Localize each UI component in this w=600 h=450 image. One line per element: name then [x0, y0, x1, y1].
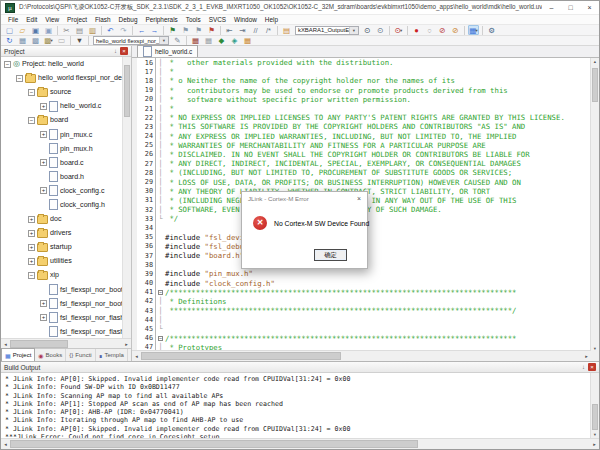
- expand-icon[interactable]: +: [28, 244, 35, 251]
- menu-flash[interactable]: Flash: [91, 15, 115, 24]
- tab-project[interactable]: ▦Project: [1, 348, 35, 361]
- flash-erase-button[interactable]: ▦: [203, 36, 214, 46]
- menu-file[interactable]: File: [4, 15, 22, 24]
- pin-icon[interactable]: ↓: [582, 364, 585, 370]
- enable-disable-breakpoint-button[interactable]: ○: [424, 25, 435, 35]
- editor-tab-hello-world-c[interactable]: hello_world.c: [137, 45, 198, 57]
- close-button[interactable]: ×: [580, 1, 599, 14]
- previous-bookmark-button[interactable]: ⚑: [180, 25, 191, 35]
- project-tree-vertical-scrollbar[interactable]: [122, 57, 131, 339]
- tree-item-fsl-flexspi-nor-boot-h[interactable]: fsl_flexspi_nor_boot.h: [1, 283, 123, 297]
- build-output-close-button[interactable]: ×: [588, 363, 596, 371]
- find-text-combobox[interactable]: kXBARA1_OutputEnc1Ph▾: [295, 26, 359, 35]
- scrollbar-thumb[interactable]: [141, 352, 341, 360]
- incremental-find-button[interactable]: ⊙: [375, 25, 386, 35]
- find-in-files-button[interactable]: ▤: [281, 25, 292, 35]
- undo-button[interactable]: ↶: [105, 25, 116, 35]
- menu-peripherals[interactable]: Peripherals: [141, 15, 181, 24]
- chevron-down-icon[interactable]: ▾: [349, 27, 358, 34]
- expand-icon[interactable]: +: [40, 314, 47, 321]
- cut-button[interactable]: ✂: [61, 25, 72, 35]
- project-panel-close-button[interactable]: ×: [120, 47, 128, 55]
- uncomment-selection-button[interactable]: /*: [263, 25, 274, 35]
- scrollbar-thumb[interactable]: [124, 65, 130, 117]
- editor-vertical-scrollbar[interactable]: ▴ ▾: [590, 58, 599, 353]
- menu-svcs[interactable]: SVCS: [205, 15, 230, 24]
- menu-tools[interactable]: Tools: [182, 15, 205, 24]
- tab-functions[interactable]: {}Functi: [66, 349, 95, 361]
- collapse-icon[interactable]: −: [28, 117, 35, 124]
- tree-item-fsl-flexspi-nor-flash-h[interactable]: fsl_flexspi_nor_flash.h: [1, 325, 123, 339]
- toggle-bookmark-button[interactable]: ⚑: [167, 25, 178, 35]
- expand-icon[interactable]: +: [28, 230, 35, 237]
- debug-restore-views-button[interactable]: ▦▾: [468, 25, 479, 35]
- expand-icon[interactable]: +: [40, 131, 47, 138]
- scrollbar-thumb[interactable]: [592, 404, 598, 430]
- tree-item-hello-world-flexspi-nor-debug[interactable]: −hello_world flexspi_nor_debug: [1, 71, 123, 85]
- build-output-log[interactable]: * JLink Info: AP[0]: Skipped. Invalid im…: [1, 373, 591, 439]
- flash-download-button[interactable]: ▦: [190, 36, 201, 46]
- output-vertical-scrollbar[interactable]: ▾: [590, 373, 599, 439]
- new-file-button[interactable]: ▢: [4, 25, 15, 35]
- batch-build-button[interactable]: ▩▾: [43, 36, 54, 46]
- scroll-right-arrow[interactable]: ▸: [590, 439, 599, 449]
- save-button[interactable]: ▣: [30, 25, 41, 35]
- fold-collapse-icon[interactable]: −: [156, 290, 165, 295]
- find-button[interactable]: ⊙: [362, 25, 373, 35]
- expand-icon[interactable]: +: [40, 103, 47, 110]
- tree-item-pin-mux-h[interactable]: pin_mux.h: [1, 142, 123, 156]
- menu-debug[interactable]: Debug: [115, 15, 142, 24]
- expand-icon[interactable]: +: [40, 300, 47, 307]
- collapse-icon[interactable]: −: [4, 61, 11, 68]
- paste-button[interactable]: ▥: [87, 25, 98, 35]
- tree-item-clock-config-h[interactable]: clock_config.h: [1, 198, 123, 212]
- collapse-icon[interactable]: −: [28, 89, 35, 96]
- expand-icon[interactable]: +: [28, 216, 35, 223]
- menu-help[interactable]: Help: [261, 15, 282, 24]
- fold-collapse-icon[interactable]: −: [156, 336, 165, 341]
- dialog-ok-button[interactable]: 确定: [314, 249, 347, 261]
- select-target-combobox[interactable]: hello_world flexspi_nor_▾: [93, 36, 169, 45]
- tree-item-board[interactable]: −board: [1, 113, 123, 127]
- minimize-button[interactable]: –: [542, 1, 561, 14]
- insert-remove-breakpoint-button[interactable]: ●: [411, 25, 422, 35]
- tab-books[interactable]: ◉Books: [35, 349, 66, 361]
- translate-file-button[interactable]: ↻: [4, 36, 15, 46]
- tree-item-pin-mux-c[interactable]: +pin_mux.c: [1, 127, 123, 141]
- tree-item-drivers[interactable]: +drivers: [1, 226, 123, 240]
- expand-icon[interactable]: +: [40, 187, 47, 194]
- next-bookmark-button[interactable]: ⚑: [193, 25, 204, 35]
- clear-all-bookmarks-button[interactable]: ⚑: [206, 25, 217, 35]
- redo-button[interactable]: ↷: [118, 25, 129, 35]
- rebuild-all-button[interactable]: ▩: [30, 36, 41, 46]
- scrollbar-thumb[interactable]: [10, 440, 418, 448]
- download-to-flash-button[interactable]: ▼: [74, 36, 85, 46]
- output-horizontal-scrollbar[interactable]: ◂ ▸: [1, 438, 599, 449]
- expand-icon[interactable]: +: [28, 258, 35, 265]
- collapse-icon[interactable]: −: [16, 75, 23, 82]
- tab-templates[interactable]: ∎Templa: [96, 349, 128, 361]
- tree-item-hello-world-c[interactable]: +hello_world.c: [1, 99, 123, 113]
- tree-item-doc[interactable]: +doc: [1, 212, 123, 226]
- scrollbar-thumb[interactable]: [592, 68, 598, 102]
- collapse-icon[interactable]: −: [28, 272, 35, 279]
- disable-all-breakpoints-button[interactable]: ⊘: [437, 25, 448, 35]
- tree-item-project-hello-world[interactable]: −◎Project: hello_world: [1, 57, 123, 71]
- tree-item-fsl-flexspi-nor-boot-c[interactable]: +fsl_flexspi_nor_boot.c: [1, 297, 123, 311]
- scroll-down-arrow[interactable]: ▾: [591, 345, 599, 353]
- dialog-close-icon[interactable]: ×: [351, 192, 367, 205]
- manage-project-items-button[interactable]: ◈: [229, 36, 240, 46]
- tree-item-board-c[interactable]: +board.c: [1, 156, 123, 170]
- save-all-button[interactable]: ▣: [43, 25, 54, 35]
- scroll-left-arrow[interactable]: ◂: [1, 439, 10, 449]
- manage-rte-button[interactable]: ◆: [216, 36, 227, 46]
- navigate-back-button[interactable]: ←: [136, 25, 147, 35]
- scroll-left-arrow[interactable]: ◂: [132, 351, 141, 361]
- maximize-button[interactable]: □: [561, 1, 580, 14]
- editor-horizontal-scrollbar[interactable]: ◂ ▸: [132, 350, 591, 361]
- menu-view[interactable]: View: [41, 15, 63, 24]
- unindent-button[interactable]: ⇤: [224, 25, 235, 35]
- scroll-up-arrow[interactable]: ▴: [591, 58, 599, 66]
- scroll-right-arrow[interactable]: ▸: [582, 351, 591, 361]
- expand-icon[interactable]: +: [40, 159, 47, 166]
